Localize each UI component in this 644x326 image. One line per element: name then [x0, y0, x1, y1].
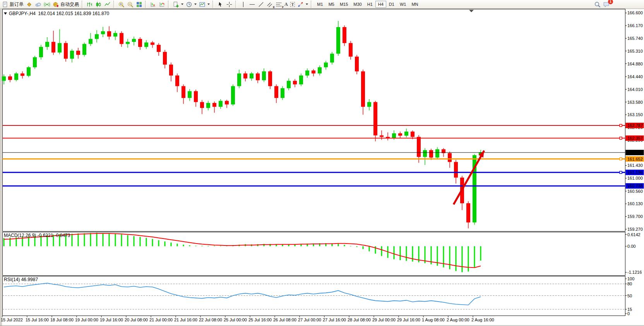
auto-trading-button[interactable]: 自动交易	[51, 0, 80, 8]
deposit-button[interactable]	[25, 0, 34, 8]
notification-count-badge: 1	[608, 0, 613, 4]
text-label-tool-button[interactable]: T	[289, 0, 296, 8]
timeframe-d1-button[interactable]: D1	[386, 1, 397, 8]
timeframe-w1-button[interactable]: W1	[397, 1, 409, 8]
signals-button[interactable]	[43, 0, 51, 8]
price-tick-label: 164.010	[627, 87, 643, 92]
candle	[126, 42, 130, 44]
collapse-triangle-icon[interactable]	[4, 12, 7, 15]
new-chart-button[interactable]	[171, 0, 185, 8]
trendline-tool-button[interactable]	[257, 0, 265, 8]
auto-scroll-button[interactable]	[149, 0, 158, 8]
tile-windows-button[interactable]	[135, 0, 144, 8]
candle	[293, 81, 297, 84]
candle	[225, 101, 229, 105]
text-tool-button[interactable]: A	[283, 0, 289, 8]
toolbar-grip	[113, 1, 115, 8]
templates-button[interactable]	[198, 0, 211, 8]
macd-indicator-label: MACD(12,26,9) -0.6221 -0.8473	[4, 233, 70, 238]
timeframe-m1-button[interactable]: M1	[314, 1, 325, 8]
periods-clock-icon	[186, 1, 192, 8]
timeframe-mn-button[interactable]: MN	[409, 1, 421, 8]
text-label-icon: T	[290, 2, 295, 7]
accounts-button[interactable]	[34, 0, 43, 8]
dropdown-caret-icon	[207, 3, 210, 5]
candle	[107, 31, 111, 37]
arrows-tool-button[interactable]	[296, 0, 309, 8]
rsi-pane	[3, 276, 625, 316]
macd-tick-label: 0.6142	[627, 232, 641, 237]
zoom-in-icon	[118, 1, 125, 8]
time-tick-label: 19 Jul 00:00	[75, 317, 98, 322]
time-tick-label: 20 Jul 08:00	[125, 317, 148, 322]
price-tick-label: 160.130	[627, 201, 643, 206]
rsi-tick-label: 100	[627, 276, 634, 281]
candle	[45, 42, 49, 47]
macd-label-text: MACD(12,26,9) -0.6221 -0.8473	[4, 233, 70, 238]
candle	[287, 81, 291, 88]
candle	[312, 70, 315, 74]
candle	[435, 149, 439, 158]
candle	[39, 47, 43, 57]
new-chart-icon	[173, 1, 179, 8]
candle	[182, 86, 185, 98]
trendline-icon	[258, 1, 264, 8]
horizontal-line-icon	[249, 1, 255, 8]
candle	[411, 132, 414, 137]
toolbar-grip	[168, 1, 170, 8]
time-tick-label: 29 Jul 00:00	[372, 317, 396, 322]
chart-shift-icon	[159, 1, 165, 8]
new-order-button[interactable]: 新订单	[1, 0, 25, 8]
search-button[interactable]	[593, 0, 602, 8]
candle	[163, 52, 167, 65]
bar-chart-button[interactable]	[85, 0, 94, 8]
cursor-tool-button[interactable]	[216, 0, 225, 8]
chart-shift-button[interactable]	[158, 0, 166, 8]
zoom-out-button[interactable]	[126, 0, 135, 8]
candle	[404, 132, 408, 136]
cursor-icon	[217, 1, 224, 8]
zoom-in-button[interactable]	[117, 0, 126, 8]
line-chart-button[interactable]	[103, 0, 112, 8]
new-order-icon	[2, 1, 9, 8]
time-tick-label: 19 Jul 16:00	[100, 317, 123, 322]
candlestick-chart-button[interactable]	[94, 0, 103, 8]
price-tick-label: 165.740	[627, 36, 643, 41]
price-badge-label: 161.652	[627, 157, 643, 161]
toolbar-grip	[311, 1, 313, 8]
price-tick-label: 164.440	[627, 74, 643, 79]
candle	[343, 27, 346, 43]
candle	[367, 102, 371, 107]
timeframe-m30-button[interactable]: M30	[351, 1, 364, 8]
macd-tick-label: 0.00	[627, 244, 635, 249]
candle	[33, 57, 37, 67]
crosshair-tool-button[interactable]	[225, 0, 234, 8]
timeframe-h4-button[interactable]: H4	[375, 1, 386, 8]
rsi-tick-label: 80	[627, 281, 632, 286]
channel-tool-button[interactable]: E	[265, 0, 274, 8]
hline-handle	[620, 158, 622, 160]
dropdown-caret-icon	[181, 3, 183, 5]
timeframe-h1-button[interactable]: H1	[365, 1, 375, 8]
candle	[200, 102, 204, 108]
horizontal-line-tool-button[interactable]	[248, 0, 257, 8]
candle	[82, 44, 86, 55]
price-tick-label: 163.580	[627, 100, 643, 105]
auto-trading-globe-icon	[53, 1, 59, 8]
timeframe-m15-button[interactable]: M15	[337, 1, 351, 8]
fibonacci-tool-button[interactable]: F	[274, 0, 283, 8]
candle	[169, 65, 173, 75]
main-pane	[3, 9, 625, 232]
notifications-button[interactable]: 1	[602, 0, 611, 8]
periods-button[interactable]	[185, 0, 198, 8]
bar-chart-icon	[86, 1, 93, 8]
auto-scroll-icon	[150, 1, 156, 8]
vertical-line-tool-button[interactable]	[239, 0, 248, 8]
zoom-out-icon	[127, 1, 134, 8]
price-tick-label: 165.310	[627, 49, 643, 53]
rsi-tick-label: 50	[627, 293, 632, 298]
candle	[398, 133, 402, 136]
timeframe-m5-button[interactable]: M5	[326, 1, 337, 8]
time-tick-label: 15 Jul 2022	[1, 317, 23, 322]
chart-canvas[interactable]: 166.600166.170165.740165.310164.880164.4…	[0, 0, 644, 326]
